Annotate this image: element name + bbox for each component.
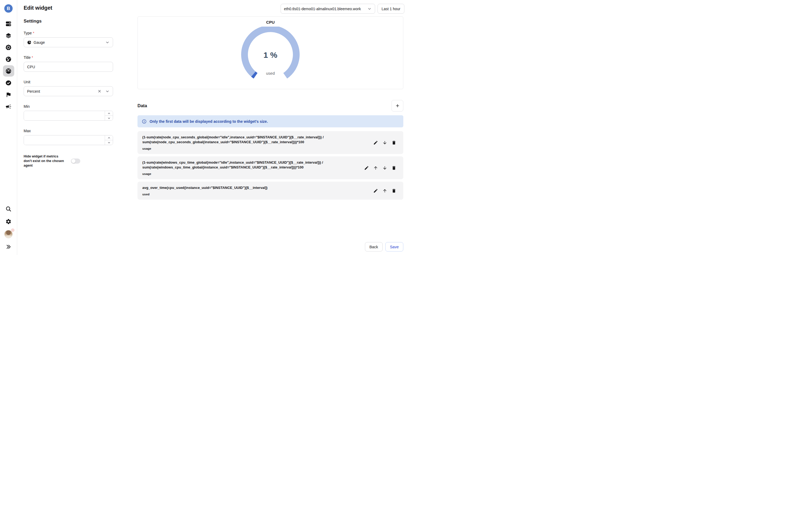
type-select-value: Gauge [34,40,103,45]
trash-icon [391,166,396,170]
arrow-up-icon [382,188,387,193]
edit-data-button[interactable] [373,140,378,145]
bleemeo-logo[interactable]: B [4,4,12,12]
data-row-actions [364,166,396,170]
unit-select[interactable]: Percent [24,86,113,96]
delete-data-button[interactable] [391,140,396,145]
footer-actions: Back Save [138,242,403,255]
spacer [138,202,403,242]
required-asterisk: * [33,31,34,35]
top-bar: Edit widget eth0.tls01-demo01-almalinux0… [17,0,406,14]
sidebar-item-checks[interactable] [3,77,14,88]
globe-icon [5,56,11,62]
hide-widget-row: Hide widget if metrics don't exist on th… [24,154,123,168]
min-input[interactable] [24,111,105,120]
max-increment-button[interactable] [105,136,113,140]
info-icon [142,119,147,124]
save-button[interactable]: Save [385,242,403,252]
trash-icon [391,140,396,145]
sidebar-item-dashboards[interactable] [3,65,14,77]
notification-dot [11,228,14,232]
min-decrement-button[interactable] [105,116,113,120]
widget-editor-panel: CPU 1 % used Data [123,17,403,255]
toggle-knob [71,159,76,163]
gear-icon [5,219,11,225]
clear-icon[interactable] [97,89,101,93]
gauge-type-icon [27,40,31,45]
sidebar-item-kubernetes[interactable] [3,41,14,53]
query-label: used [142,193,366,196]
sidebar: B [0,0,17,255]
hide-widget-toggle[interactable] [71,159,80,164]
expand-sidebar-button[interactable] [3,241,14,252]
settings-button[interactable] [3,216,14,227]
min-field: Min [24,104,113,121]
arrow-up-icon [373,166,378,170]
chevron-down-icon [105,89,110,93]
max-decrement-button[interactable] [105,140,113,145]
sidebar-item-reports[interactable] [3,89,14,100]
move-down-button[interactable] [382,140,387,145]
type-select[interactable]: Gauge [24,37,113,47]
chevron-down-icon [108,117,111,120]
hide-widget-label: Hide widget if metrics don't exist on th… [24,154,66,168]
max-input-group [24,135,113,145]
data-row: avg_over_time(cpu_used{instance_uuid="$I… [138,182,403,200]
data-row-text: (1-sum(rate(windows_cpu_time_global{mode… [142,160,364,175]
sidebar-item-network[interactable] [3,54,14,65]
move-down-button[interactable] [382,166,387,170]
add-data-button[interactable] [391,100,403,112]
logo-letter: B [7,6,10,11]
min-label: Min [24,104,113,109]
title-field: Title * [24,55,113,72]
gauge-icon [5,68,11,74]
pencil-icon [373,188,378,193]
chevron-down-icon [108,141,111,144]
settings-panel: Settings Type * Gauge [24,17,123,255]
settings-heading: Settings [24,19,123,24]
sidebar-item-announcements[interactable] [3,101,14,112]
main-area: Edit widget eth0.tls01-demo01-almalinux0… [17,0,406,255]
data-row: (1-sum(rate(windows_cpu_time_global{mode… [138,157,403,179]
delete-data-button[interactable] [391,188,396,193]
server-rack-icon [5,21,11,27]
move-up-button[interactable] [373,166,378,170]
max-input[interactable] [24,136,105,145]
metric-selector-value: eth0.tls01-demo01-almalinux01.bleemeo.wo… [284,7,361,11]
metric-selector[interactable]: eth0.tls01-demo01-almalinux01.bleemeo.wo… [280,4,375,14]
title-label: Title * [24,55,113,60]
page-title: Edit widget [24,4,52,11]
unit-field: Unit Percent [24,80,113,96]
query-label: usage [142,172,357,175]
chevron-down-icon [367,7,372,11]
edit-data-button[interactable] [373,188,378,193]
query-text: avg_over_time(cpu_used{instance_uuid="$I… [142,186,366,190]
search-button[interactable] [3,203,14,215]
time-range-button[interactable]: Last 1 hour [378,4,404,14]
min-increment-button[interactable] [105,111,113,116]
unit-select-value: Percent [27,89,95,93]
sidebar-item-services[interactable] [3,30,14,41]
delete-data-button[interactable] [391,166,396,170]
back-button[interactable]: Back [365,242,383,252]
sidebar-nav [3,18,14,112]
gauge-chart: 1 % used [239,27,302,84]
max-field: Max [24,129,113,145]
user-menu[interactable] [3,228,14,240]
edit-data-button[interactable] [364,166,369,170]
chevron-down-icon [105,40,110,45]
query-text: (1-sum(rate(windows_cpu_time_global{mode… [142,160,357,170]
title-input[interactable] [24,62,113,72]
sidebar-item-servers[interactable] [3,18,14,29]
app-root: B [0,0,406,255]
min-steppers [105,111,113,120]
chevron-up-icon [108,136,111,139]
data-row: (1-sum(rate(node_cpu_seconds_global{mode… [138,131,403,154]
move-up-button[interactable] [382,188,387,193]
info-alert: Only the first data will be displayed ac… [138,115,403,128]
kubernetes-icon [5,44,11,51]
data-row-actions [373,140,396,145]
trash-icon [391,188,396,193]
content: Settings Type * Gauge [17,14,406,255]
gauge-value: 1 % [263,51,277,59]
